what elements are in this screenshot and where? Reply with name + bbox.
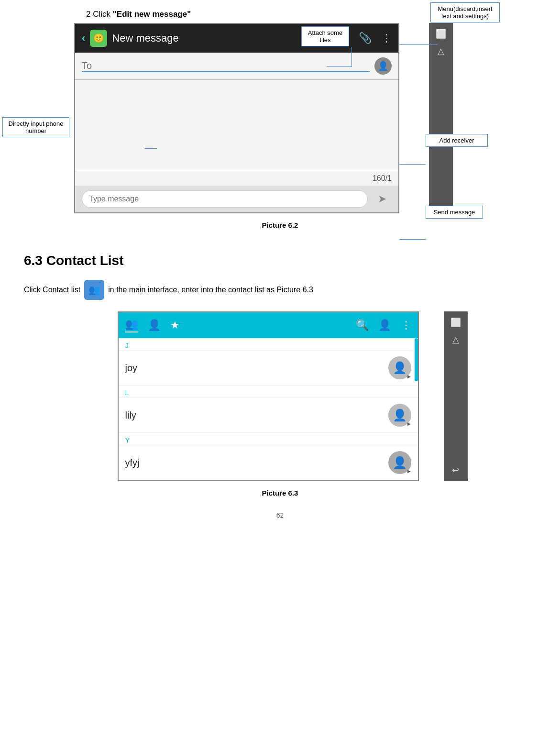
attach-files-label: Attach some files (308, 29, 342, 44)
add-contact-icon[interactable]: 👤 (378, 319, 391, 332)
search-icon[interactable]: 🔍 (356, 319, 369, 332)
picture-63-caption: Picture 6.3 (24, 489, 536, 497)
menu-annotation: Menu(discard,insert text and settings) (430, 2, 500, 22)
directly-input-annotation: Directly input phone number (2, 117, 69, 137)
click-label-text: "Edit new message" (113, 10, 191, 19)
char-count: 160/1 (75, 171, 398, 186)
contact-list-icon[interactable]: 👥 (84, 280, 104, 300)
sidebar-icon-a: ⬜ (450, 317, 461, 328)
directly-input-label: Directly input phone number (9, 120, 64, 134)
attach-icon[interactable]: 📎 (359, 32, 372, 44)
sidebar-icon-c: ↩ (452, 465, 459, 476)
menu-dots-icon[interactable]: ⋮ (381, 32, 392, 44)
add-receiver-annotation: Add receiver (426, 134, 488, 147)
send-message-label: Send message (434, 209, 475, 216)
group-y-label: Y (119, 433, 418, 445)
screenshot-wrapper-62: ‹ 🙂 New message 📎 ⋮ 👤 160/1 ➤ (74, 23, 428, 213)
contact-list-body: J joy 👤 ▶ L lily 👤 ▶ (119, 338, 418, 480)
favorites-icon[interactable]: ★ (170, 319, 180, 332)
picture-62-caption: Picture 6.2 (0, 221, 560, 229)
overflow-menu-icon[interactable]: ⋮ (401, 319, 411, 332)
add-receiver-label: Add receiver (439, 137, 474, 144)
contact-header: 👥 👤 ★ 🔍 👤 ⋮ (119, 312, 418, 338)
contact-lily[interactable]: lily 👤 ▶ (119, 398, 418, 433)
attach-arrow-v (351, 47, 352, 67)
all-contacts-icon[interactable]: 👥 (125, 318, 138, 332)
contact-lily-avatar: 👤 ▶ (388, 404, 411, 427)
attach-arrow-line (327, 66, 351, 66)
send-arrow-line (399, 239, 426, 240)
type-message-row: ➤ (75, 186, 398, 212)
sidebar-icon-b: △ (452, 334, 459, 345)
contact-joy-name: joy (125, 363, 382, 374)
message-body (75, 80, 398, 171)
page-number: 62 (0, 511, 560, 529)
contact-lily-name: lily (125, 410, 382, 421)
phone-right-sidebar: ⬜ △ (429, 23, 453, 213)
contact-desc-pre: Click Contact list (24, 286, 80, 294)
menu-arrow-line (399, 44, 438, 45)
group-l-label: L (119, 386, 418, 398)
nm-header: ‹ 🙂 New message 📎 ⋮ (75, 24, 398, 53)
top-section: 2 Click 2 Click “Edit new message”"Edit … (0, 0, 560, 248)
menu-label: Menu(discard,insert text and settings) (438, 5, 492, 20)
new-message-screen: ‹ 🙂 New message 📎 ⋮ 👤 160/1 ➤ (74, 23, 399, 213)
contact-yfyj-name: yfyj (125, 457, 382, 468)
contact-yfyj[interactable]: yfyj 👤 ▶ (119, 445, 418, 480)
contact-list-screen: 👥 👤 ★ 🔍 👤 ⋮ J joy 👤 ▶ (118, 311, 419, 481)
contact-yfyj-avatar: 👤 ▶ (388, 451, 411, 474)
back-button[interactable]: ‹ (82, 32, 85, 44)
add-contact-icon[interactable]: 👤 (374, 57, 392, 75)
send-button[interactable]: ➤ (373, 189, 392, 209)
sidebar-icon-2: △ (438, 46, 444, 56)
contact-joy-avatar: 👤 ▶ (388, 356, 411, 379)
section-63: 6.3 Contact List Click Contact list 👥 in… (0, 248, 560, 511)
add-receiver-arrow-line (399, 164, 426, 165)
contact-joy[interactable]: joy 👤 ▶ (119, 351, 418, 386)
directly-arrow-line (145, 148, 157, 149)
sidebar-icon-1: ⬜ (436, 29, 446, 39)
message-icon: 🙂 (90, 30, 107, 47)
attach-files-annotation: Attach some files (301, 26, 349, 46)
group-j-label: J (119, 338, 418, 351)
contact-desc-post: in the main interface, enter into the co… (108, 286, 313, 294)
contact-desc: Click Contact list 👥 in the main interfa… (24, 280, 536, 300)
contact-right-sidebar: ⬜ △ ↩ (444, 311, 468, 481)
section-heading: 6.3 Contact List (24, 253, 536, 268)
type-message-input[interactable] (82, 190, 368, 208)
single-contact-icon[interactable]: 👤 (148, 319, 161, 332)
contact-screenshot-wrapper: 👥 👤 ★ 🔍 👤 ⋮ J joy 👤 ▶ (118, 311, 443, 481)
send-message-annotation: Send message (426, 206, 483, 219)
scrollbar[interactable] (415, 338, 418, 381)
